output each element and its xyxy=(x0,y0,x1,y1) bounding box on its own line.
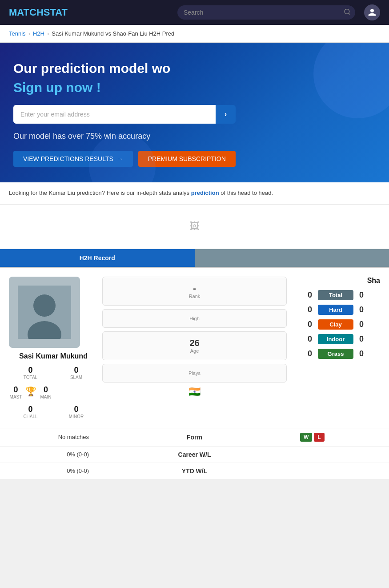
breadcrumb-tennis[interactable]: Tennis xyxy=(9,30,26,37)
banner-subtitle: Sign up now ! xyxy=(13,80,376,95)
svg-point-0 xyxy=(345,9,349,14)
score-total-right: 0 xyxy=(357,290,366,300)
plays-stat: Plays xyxy=(102,364,287,383)
view-predictions-button[interactable]: VIEW PREDICTIONS RESULTS → xyxy=(13,151,133,167)
age-stat: 26 Age xyxy=(102,331,287,360)
rank-high-stat: High xyxy=(102,309,287,328)
age-label: Age xyxy=(190,348,199,354)
stats-table: No matches Form W L 0% (0-0) Career W/L … xyxy=(0,428,389,479)
form-left: No matches xyxy=(9,434,98,440)
player-name-left: Sasi Kumar Mukund xyxy=(9,352,98,360)
stat-main-val: 0 xyxy=(40,385,51,395)
score-badge-hard: Hard xyxy=(318,305,353,315)
search-button[interactable] xyxy=(344,8,351,17)
score-total: 0 Total 0 xyxy=(291,290,380,300)
prediction-link[interactable]: prediction xyxy=(191,189,219,196)
prediction-banner: Our prediction model wo Sign up now ! › … xyxy=(0,43,389,182)
logo-match: MATCH xyxy=(9,7,44,18)
career-wl-label: Career W/L xyxy=(98,451,291,458)
accuracy-text: Our model has over 75% win accuracy xyxy=(13,132,376,141)
flag-india: 🇮🇳 xyxy=(102,386,287,398)
email-input[interactable] xyxy=(13,105,216,124)
tab-second[interactable] xyxy=(195,249,389,267)
stat-slam-label: Slam xyxy=(55,375,98,380)
email-signup-row: › xyxy=(13,105,236,124)
form-label: Form xyxy=(98,434,291,441)
stat-main-label: Main xyxy=(40,395,51,399)
right-scores: Sha 0 Total 0 0 Hard 0 0 Clay 0 0 xyxy=(291,277,380,363)
svg-point-3 xyxy=(33,294,56,317)
player-section: Sasi Kumar Mukund 0 Total 0 Slam 0 Mast xyxy=(0,268,389,428)
stat-chall: 0 Chall xyxy=(9,405,52,419)
players-row: Sasi Kumar Mukund 0 Total 0 Slam 0 Mast xyxy=(9,277,380,419)
svg-line-1 xyxy=(349,13,350,15)
score-badge-clay: Clay xyxy=(318,319,353,330)
stat-chall-val: 0 xyxy=(9,405,52,414)
breadcrumb-h2h[interactable]: H2H xyxy=(33,30,44,37)
score-clay-right: 0 xyxy=(357,320,366,329)
score-grass-left: 0 xyxy=(305,349,314,358)
email-submit-button[interactable]: › xyxy=(216,105,236,124)
rank-label: Rank xyxy=(189,294,201,299)
rank-val: - xyxy=(193,283,196,294)
header: MATCHSTAT xyxy=(0,0,389,25)
stat-chall-label: Chall xyxy=(9,414,52,419)
description-text: Looking for the Kumar Liu prediction? He… xyxy=(0,182,389,205)
banner-buttons: VIEW PREDICTIONS RESULTS → PREMIUM SUBSC… xyxy=(13,151,376,167)
ad-area: 🖼 xyxy=(0,205,389,249)
plays-label: Plays xyxy=(188,371,201,376)
form-right: W L xyxy=(291,433,380,442)
stat-mast: 0 Mast xyxy=(10,385,22,399)
player-name-right: Sha xyxy=(291,277,380,285)
breadcrumb-current: Sasi Kumar Mukund vs Shao-Fan Liu H2H Pr… xyxy=(52,30,174,37)
score-total-left: 0 xyxy=(305,290,314,300)
rank-stat: - Rank xyxy=(102,277,287,306)
stat-slam: 0 Slam xyxy=(55,366,98,380)
player-avatar-left xyxy=(9,277,80,348)
stat-minor-val: 0 xyxy=(55,405,98,414)
career-wl-left: 0% (0-0) xyxy=(9,451,98,458)
stat-total-val: 0 xyxy=(9,366,52,375)
form-win-badge: W xyxy=(300,433,312,442)
stat-total: 0 Total xyxy=(9,366,52,380)
arrow-icon: → xyxy=(117,155,123,162)
banner-title: Our prediction model wo xyxy=(13,60,376,77)
stat-main: 0 Main xyxy=(40,385,51,399)
search-container xyxy=(177,5,355,20)
breadcrumb: Tennis › H2H › Sasi Kumar Mukund vs Shao… xyxy=(0,25,389,43)
stats-row-ytd: 0% (0-0) YTD W/L xyxy=(0,463,389,479)
score-clay: 0 Clay 0 xyxy=(291,319,380,330)
trophy-row: 0 Mast 🏆 0 Main xyxy=(9,385,52,399)
premium-subscription-button[interactable]: PREMIUM SUBSCRIPTION xyxy=(138,151,236,167)
score-indoor-left: 0 xyxy=(305,334,314,344)
main-content: Our prediction model wo Sign up now ! › … xyxy=(0,43,389,479)
center-stats: - Rank High 26 Age Plays 🇮🇳 xyxy=(98,277,291,398)
ad-icon: 🖼 xyxy=(190,221,200,232)
search-input[interactable] xyxy=(177,5,355,20)
score-hard: 0 Hard 0 xyxy=(291,305,380,315)
breadcrumb-sep2: › xyxy=(47,30,49,37)
tab-h2h-record[interactable]: H2H Record xyxy=(0,249,195,267)
breadcrumb-sep1: › xyxy=(28,30,30,37)
trophy-icon: 🏆 xyxy=(25,386,36,397)
description-text2: of this head to head. xyxy=(221,189,273,196)
stat-mast-val: 0 xyxy=(10,385,22,395)
logo-stat: STAT xyxy=(44,7,68,18)
score-indoor-right: 0 xyxy=(357,334,366,344)
stat-slam-val: 0 xyxy=(55,366,98,375)
h2h-tabs: H2H Record xyxy=(0,249,389,268)
ytd-wl-left: 0% (0-0) xyxy=(9,467,98,474)
player-stats-grid-left: 0 Total 0 Slam 0 Mast 🏆 0 xyxy=(9,366,98,419)
ytd-wl-label: YTD W/L xyxy=(98,467,291,475)
score-badge-indoor: Indoor xyxy=(318,334,353,344)
stats-row-career: 0% (0-0) Career W/L xyxy=(0,447,389,463)
rank-high-label: High xyxy=(189,316,200,321)
stats-row-form: No matches Form W L xyxy=(0,428,389,447)
description-text1: Looking for the Kumar Liu prediction? He… xyxy=(9,189,189,196)
score-hard-right: 0 xyxy=(357,305,366,314)
premium-label: PREMIUM SUBSCRIPTION xyxy=(148,155,226,162)
stat-minor: 0 Minor xyxy=(55,405,98,419)
form-loss-badge: L xyxy=(314,433,324,442)
user-avatar[interactable] xyxy=(364,4,380,20)
age-val: 26 xyxy=(189,338,199,348)
